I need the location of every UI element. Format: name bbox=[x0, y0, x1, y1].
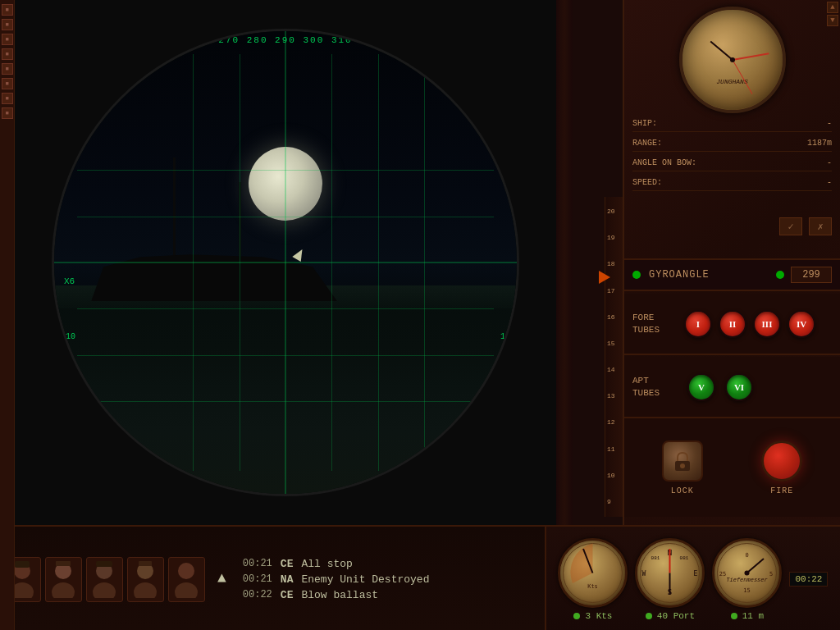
speed-gauge: Kts bbox=[558, 538, 628, 608]
message-row-3: 00:22 CE Blow ballast bbox=[243, 589, 532, 601]
aft-tubes-label: APTTUBES bbox=[632, 375, 678, 399]
svg-text:Tiefenmesser: Tiefenmesser bbox=[727, 577, 768, 583]
depth-indicator-triangle bbox=[599, 271, 610, 284]
speed-gauge-container: Kts 3 Kts bbox=[558, 538, 628, 621]
sidebar-icon-3[interactable]: ■ bbox=[2, 34, 13, 45]
svg-text:081: 081 bbox=[680, 555, 689, 561]
sidebar-icon-7[interactable]: ■ bbox=[2, 93, 13, 104]
gyroangle-section: GYROANGLE 299 bbox=[624, 258, 840, 291]
svg-text:E: E bbox=[694, 570, 698, 578]
crew-portrait-5[interactable] bbox=[168, 557, 205, 602]
info-row-angle: ANGLE ON BOW: - bbox=[632, 158, 832, 171]
sidebar-icon-6[interactable]: ■ bbox=[2, 78, 13, 89]
scroll-up-button[interactable]: ▲ bbox=[827, 2, 838, 13]
ruler-mark-15: 15 bbox=[605, 331, 615, 357]
clock-hour-hand bbox=[710, 41, 733, 61]
heading-dot bbox=[646, 613, 652, 619]
grid-line-v5 bbox=[424, 54, 425, 471]
speed-value: - bbox=[827, 178, 832, 187]
depth-status: 11 m bbox=[731, 611, 764, 621]
degree-markings: 260 270 280 290 300 310 320 bbox=[190, 35, 381, 45]
aft-tube-6-button[interactable]: VI bbox=[725, 373, 753, 401]
ruler-mark-14: 14 bbox=[605, 357, 615, 383]
ruler-mark-11: 11 bbox=[605, 436, 615, 463]
crew-portrait-4[interactable] bbox=[127, 557, 164, 602]
speed-dot bbox=[573, 613, 580, 619]
angle-label: ANGLE ON BOW: bbox=[632, 158, 696, 167]
svg-text:15: 15 bbox=[744, 587, 751, 594]
crew-portrait-2[interactable] bbox=[45, 557, 82, 602]
action-buttons-area: ✓ ✗ bbox=[779, 217, 832, 235]
grid-line-h2 bbox=[77, 217, 494, 217]
sidebar-icon-8[interactable]: ■ bbox=[2, 107, 13, 119]
compass-gauge: N S W E 081 081 bbox=[635, 538, 705, 608]
bottom-gauges: Kts 3 Kts N S W E 081 081 bbox=[545, 527, 840, 630]
svg-text:081: 081 bbox=[651, 555, 660, 561]
msg-sender-2: NA bbox=[281, 573, 294, 586]
msg-text-1: All stop bbox=[301, 558, 352, 570]
speed-status: 3 Kts bbox=[573, 611, 612, 621]
svg-line-34 bbox=[747, 559, 765, 573]
periscope-view-area: 260 270 280 290 300 310 320 10 —10 10 10… bbox=[15, 0, 556, 525]
fire-label: FIRE bbox=[770, 486, 793, 495]
fire-button[interactable] bbox=[761, 441, 802, 482]
svg-rect-7 bbox=[56, 561, 71, 566]
scroll-down-button[interactable]: ▼ bbox=[827, 15, 838, 26]
msg-time-2: 00:21 bbox=[243, 573, 272, 585]
scale-right-10-bottom: 10 bbox=[500, 332, 510, 341]
sidebar-icon-5[interactable]: ■ bbox=[2, 63, 13, 75]
scroll-buttons: ▲ ▼ bbox=[825, 0, 840, 28]
clock-minute-hand bbox=[732, 52, 769, 61]
ship-info-panel: SHIP: - RANGE: 1187m ANGLE ON BOW: - SPE… bbox=[632, 119, 832, 198]
gyroangle-value[interactable]: 299 bbox=[791, 267, 832, 283]
svg-point-14 bbox=[178, 563, 194, 579]
info-row-ship: SHIP: - bbox=[632, 119, 832, 132]
sidebar-icon-2[interactable]: ■ bbox=[2, 19, 13, 30]
msg-sender-1: CE bbox=[281, 558, 294, 570]
crew-portrait-3[interactable] bbox=[86, 557, 123, 602]
heading-value: 40 Port bbox=[657, 611, 695, 621]
grid-line-v3 bbox=[331, 54, 332, 471]
svg-point-15 bbox=[175, 582, 198, 598]
scale-right-10-top: 10 bbox=[500, 147, 510, 156]
svg-point-9 bbox=[93, 582, 116, 598]
speed-label: SPEED: bbox=[632, 178, 662, 187]
fore-tube-3-button[interactable]: III bbox=[753, 310, 781, 338]
message-arrow-indicator: ▲ bbox=[213, 527, 231, 630]
crew-section bbox=[0, 527, 213, 630]
msg-text-3: Blow ballast bbox=[301, 589, 378, 601]
fore-tube-1-button[interactable]: I bbox=[684, 310, 712, 338]
chronometer: JUNGHANS bbox=[679, 7, 786, 113]
fire-group: FIRE bbox=[761, 441, 802, 495]
fore-tube-2-button[interactable]: II bbox=[719, 310, 746, 338]
depth-gauge: 0 15 25 5 Tiefenmesser bbox=[712, 538, 782, 608]
svg-point-12 bbox=[134, 582, 157, 598]
aft-tube-5-button[interactable]: V bbox=[687, 373, 715, 401]
svg-rect-4 bbox=[15, 561, 30, 568]
clock-face: JUNGHANS bbox=[679, 7, 786, 113]
message-row-2: 00:21 NA Enemy Unit Destroyed bbox=[243, 573, 532, 586]
confirm-button[interactable]: ✓ bbox=[779, 217, 802, 235]
left-sidebar: ■ ■ ■ ■ ■ ■ ■ ■ bbox=[0, 0, 15, 630]
fore-tube-4-button[interactable]: IV bbox=[788, 310, 815, 338]
ruler-mark-16: 16 bbox=[605, 304, 615, 331]
svg-text:25: 25 bbox=[719, 571, 726, 578]
sidebar-icon-1[interactable]: ■ bbox=[2, 4, 13, 16]
ruler-mark-9: 9 bbox=[605, 489, 611, 515]
info-row-range: RANGE: 1187m bbox=[632, 139, 832, 152]
center-divider bbox=[556, 0, 573, 525]
ruler-mark-10: 10 bbox=[605, 463, 615, 489]
ruler-mark-19: 19 bbox=[605, 225, 615, 251]
crosshair-vertical bbox=[285, 31, 286, 494]
ship-label: SHIP: bbox=[632, 119, 657, 128]
periscope-circle: 260 270 280 290 300 310 320 10 —10 10 10… bbox=[52, 29, 519, 496]
zoom-level: X6 bbox=[64, 276, 75, 286]
cancel-button[interactable]: ✗ bbox=[809, 217, 832, 235]
gyroangle-label: GYROANGLE bbox=[649, 269, 776, 281]
grid-line-v4 bbox=[378, 54, 379, 471]
msg-time-3: 00:22 bbox=[243, 589, 272, 600]
lock-handle[interactable] bbox=[662, 441, 703, 482]
bottom-area: ▲ 00:21 CE All stop 00:21 NA Enemy Unit … bbox=[0, 525, 840, 630]
fore-tubes-label: FORETUBES bbox=[632, 312, 678, 336]
sidebar-icon-4[interactable]: ■ bbox=[2, 48, 13, 60]
